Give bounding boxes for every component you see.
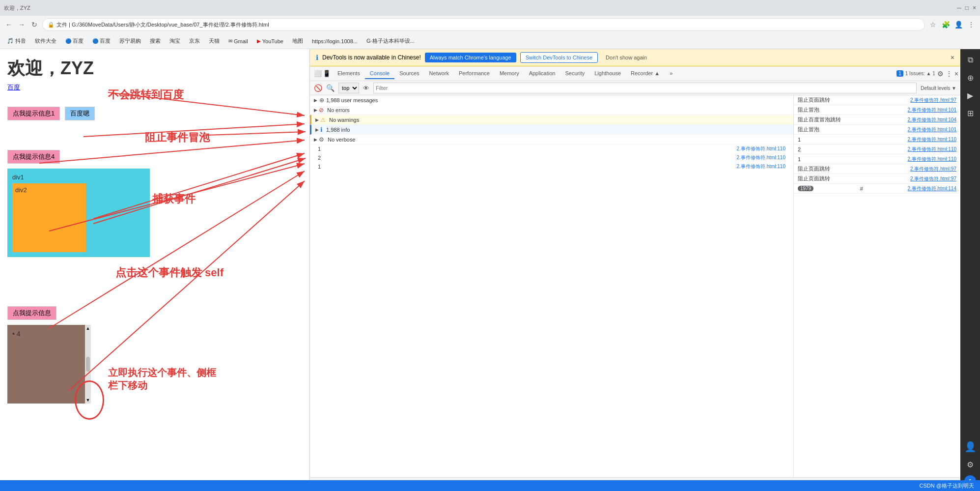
msg-row-7[interactable]: 阻止页面跳转 2.事件修饰符.html:97 bbox=[794, 164, 960, 174]
tab-network[interactable]: Network bbox=[424, 68, 454, 79]
sidebar-icon-settings[interactable]: ⚙ bbox=[963, 458, 977, 471]
reload-button[interactable]: ↻ bbox=[29, 20, 39, 29]
output-link-3[interactable]: 2.事件修饰符.html:110 bbox=[737, 163, 785, 170]
tab-recorder[interactable]: Recorder ▲ bbox=[626, 68, 665, 79]
msg-row-8[interactable]: 阻止页面跳转 2.事件修饰符.html:97 bbox=[794, 174, 960, 184]
msg-link-2[interactable]: 2.事件修饰符.html:104 bbox=[908, 116, 956, 123]
msg-row-0[interactable]: 阻止页面跳转 2.事件修饰符.html:97 bbox=[794, 95, 960, 105]
msg-row-1[interactable]: 阻止冒泡 2.事件修饰符.html:101 bbox=[794, 105, 960, 115]
msg-row-2[interactable]: 阻止百度冒泡跳转 2.事件修饰符.html:104 bbox=[794, 115, 960, 125]
bookmark-baidu[interactable]: 🔵 百度 bbox=[62, 36, 86, 46]
msg-link-7[interactable]: 2.事件修饰符.html:97 bbox=[910, 166, 956, 173]
devtools-icon-mobile[interactable]: 📱 bbox=[323, 70, 331, 77]
sidebar-icon-layout[interactable]: ⊞ bbox=[963, 106, 977, 120]
tab-lighthouse[interactable]: Lighthouse bbox=[589, 68, 626, 79]
extensions-icon[interactable]: 🧩 bbox=[941, 20, 951, 29]
tab-application[interactable]: Application bbox=[524, 68, 560, 79]
output-link-1[interactable]: 2.事件修饰符.html:110 bbox=[737, 145, 785, 152]
bookmark-star-icon[interactable]: ☆ bbox=[928, 20, 938, 29]
devtools-more-icon[interactable]: ⋮ bbox=[946, 70, 952, 78]
output-link-2[interactable]: 2.事件修饰符.html:110 bbox=[737, 154, 785, 161]
bookmark-tianmao[interactable]: 天猫 bbox=[206, 36, 223, 46]
gmail-icon: ✉ bbox=[228, 38, 232, 44]
default-levels-dropdown[interactable]: Default levels ▼ bbox=[921, 86, 956, 91]
bookmark-url1[interactable]: https://login.1008... bbox=[309, 37, 361, 45]
devtools-close-icon[interactable]: × bbox=[954, 70, 958, 78]
msg-row-9[interactable]: 1979 # 2.事件修饰符.html:114 bbox=[794, 184, 960, 194]
tab-more[interactable]: » bbox=[665, 68, 677, 79]
msg-row-6[interactable]: 1 2.事件修饰符.html:110 bbox=[794, 154, 960, 164]
tab-sources[interactable]: Sources bbox=[394, 68, 424, 79]
filter-input[interactable] bbox=[373, 83, 917, 93]
tab-console[interactable]: Console bbox=[365, 68, 394, 79]
eye-toggle-icon[interactable]: 👁 bbox=[363, 85, 369, 92]
console-row-info[interactable]: ▶ ℹ 1,988 info bbox=[310, 125, 793, 135]
top-selector[interactable]: top bbox=[338, 83, 359, 93]
profile-icon[interactable]: 👤 bbox=[953, 20, 963, 29]
forward-button[interactable]: → bbox=[17, 20, 27, 29]
devtools-icon-inspect[interactable]: ⬜ bbox=[314, 70, 322, 77]
dont-show-button[interactable]: Don't show again bbox=[606, 55, 647, 60]
bookmark-maps[interactable]: 地图 bbox=[289, 36, 306, 46]
tab-security[interactable]: Security bbox=[560, 68, 589, 79]
bookmark-search[interactable]: 搜索 bbox=[147, 36, 164, 46]
ban-icon[interactable]: 🚫 bbox=[314, 84, 322, 92]
switch-devtools-button[interactable]: Switch DevTools to Chinese bbox=[520, 52, 598, 63]
sidebar-icon-run[interactable]: ▶ bbox=[963, 88, 977, 102]
close-icon[interactable]: × bbox=[973, 4, 976, 11]
group-user-messages[interactable]: ▶ ⊕ 1,988 user messages bbox=[310, 95, 793, 105]
scrollbar-thumb[interactable] bbox=[86, 357, 90, 372]
output-row-3[interactable]: 1 2.事件修饰符.html:110 bbox=[310, 162, 793, 171]
msg-link-5[interactable]: 2.事件修饰符.html:110 bbox=[908, 146, 956, 153]
msg-link-9[interactable]: 2.事件修饰符.html:114 bbox=[908, 185, 956, 192]
msg-link-8[interactable]: 2.事件修饰符.html:97 bbox=[910, 175, 956, 182]
btn-baidu[interactable]: 百度嗯 bbox=[65, 107, 95, 120]
tab-performance[interactable]: Performance bbox=[454, 68, 495, 79]
bookmark-gezi[interactable]: G·格子达本科毕设... bbox=[364, 36, 418, 46]
bookmark-software[interactable]: 软件大全 bbox=[32, 36, 59, 46]
btn-show-info-bottom[interactable]: 点我提示信息 bbox=[7, 306, 56, 320]
tab-elements[interactable]: Elements bbox=[333, 68, 365, 79]
brown-box[interactable]: • 4 ▲ ▼ bbox=[7, 325, 91, 404]
tab-memory[interactable]: Memory bbox=[495, 68, 524, 79]
back-button[interactable]: ← bbox=[4, 20, 14, 29]
address-bar[interactable]: 🔒 文件 | G:/360MoveData/Users/静小文/Desktop/… bbox=[42, 18, 925, 31]
msg-row-5[interactable]: 2 2.事件修饰符.html:110 bbox=[794, 144, 960, 154]
devtools-settings-icon[interactable]: ⚙ bbox=[937, 70, 944, 78]
scrollbar-up-arrow[interactable]: ▲ bbox=[86, 326, 90, 331]
console-row-verbose[interactable]: ▶ ⚙ No verbose bbox=[310, 135, 793, 144]
minimize-icon[interactable]: ─ bbox=[957, 4, 961, 11]
btn-show-info-1[interactable]: 点我提示信息1 bbox=[7, 107, 60, 120]
scrollbar-down-arrow[interactable]: ▼ bbox=[86, 398, 90, 403]
div2-container[interactable]: div2 bbox=[12, 183, 86, 252]
bookmark-suning[interactable]: 苏宁易购 bbox=[116, 36, 144, 46]
sidebar-icon-network[interactable]: ⊕ bbox=[963, 71, 977, 85]
btn-show-info-4[interactable]: 点我提示信息4 bbox=[7, 150, 60, 164]
bookmark-youtube[interactable]: ▶ YouTube bbox=[254, 37, 286, 45]
filter-icon[interactable]: 🔍 bbox=[326, 84, 335, 92]
bookmark-gmail[interactable]: ✉ Gmail bbox=[225, 37, 251, 45]
msg-row-4[interactable]: 1 2.事件修饰符.html:110 bbox=[794, 135, 960, 144]
sidebar-icon-user[interactable]: 👤 bbox=[963, 440, 977, 454]
bookmark-jd[interactable]: 京东 bbox=[186, 36, 203, 46]
msg-row-3[interactable]: 阻止冒泡 2.事件修饰符.html:101 bbox=[794, 125, 960, 135]
sidebar-icon-copy[interactable]: ⧉ bbox=[963, 53, 977, 67]
always-match-button[interactable]: Always match Chrome's language bbox=[425, 53, 516, 62]
msg-link-3[interactable]: 2.事件修饰符.html:101 bbox=[908, 126, 956, 133]
output-row-2[interactable]: 2 2.事件修饰符.html:110 bbox=[310, 153, 793, 162]
msg-link-6[interactable]: 2.事件修饰符.html:110 bbox=[908, 156, 956, 163]
msg-link-4[interactable]: 2.事件修饰符.html:110 bbox=[908, 136, 956, 143]
notification-close-icon[interactable]: × bbox=[951, 54, 954, 61]
bookmark-baidu2[interactable]: 🔵 百度 bbox=[89, 36, 113, 46]
restore-icon[interactable]: □ bbox=[965, 4, 969, 11]
msg-link-1[interactable]: 2.事件修饰符.html:101 bbox=[908, 107, 956, 114]
div1-container[interactable]: div1 div2 bbox=[7, 169, 150, 257]
menu-icon[interactable]: ⋮ bbox=[966, 20, 976, 29]
bookmark-taobao[interactable]: 淘宝 bbox=[167, 36, 183, 46]
console-row-no-errors[interactable]: ▶ ⊘ No errors bbox=[310, 105, 793, 115]
msg-link-0[interactable]: 2.事件修饰符.html:97 bbox=[910, 97, 956, 104]
console-row-no-warnings[interactable]: ▶ ⚠ No warnings bbox=[310, 115, 793, 125]
output-row-1[interactable]: 1 2.事件修饰符.html:110 bbox=[310, 144, 793, 153]
console-output-panel[interactable]: ▶ ⊕ 1,988 user messages ▶ ⊘ No errors ▶ … bbox=[310, 95, 793, 477]
bookmark-douyin[interactable]: 🎵 抖音 bbox=[4, 36, 29, 46]
